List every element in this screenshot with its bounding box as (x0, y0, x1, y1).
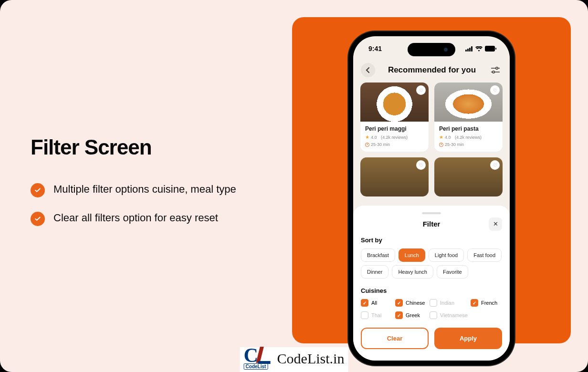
sort-chip[interactable]: Light food (429, 248, 464, 262)
svg-rect-3 (471, 46, 472, 52)
logo-text: CodeList.in (277, 351, 345, 367)
cuisines-label: Cuisines (361, 287, 502, 294)
sort-chip[interactable]: Favorite (437, 265, 468, 279)
appbar-title: Recommended for you (388, 65, 476, 75)
filter-sheet: Filter ✕ Sort by BrackfastLunchLight foo… (353, 206, 510, 361)
food-time: 25-30 min (365, 142, 424, 147)
check-icon (31, 183, 45, 197)
food-image: ♡ (360, 157, 429, 196)
sort-chip[interactable]: Fast food (467, 248, 502, 262)
checkbox[interactable] (361, 299, 368, 307)
check-icon (31, 212, 45, 226)
cuisine-label: Indian (440, 300, 454, 306)
food-image: ♡ (434, 157, 503, 196)
cuisine-option[interactable]: All (361, 299, 392, 307)
checkbox[interactable] (471, 299, 478, 307)
wifi-icon (475, 46, 483, 52)
cuisine-label: Vietnamese (440, 312, 468, 318)
phone-frame: 9:41 Recommended for you (348, 31, 514, 365)
signal-icon (465, 46, 473, 52)
logo-mark: C CodeList (244, 347, 274, 370)
clock-icon (439, 143, 443, 147)
feature-list: Multiple filter options cuisine, meal ty… (31, 182, 279, 226)
favorite-icon[interactable]: ♡ (490, 85, 500, 95)
clear-button[interactable]: Clear (361, 328, 429, 349)
sheet-actions: Clear Apply (361, 328, 502, 349)
battery-icon (485, 46, 496, 52)
checkbox[interactable] (395, 299, 403, 307)
feature-item: Multiple filter options cuisine, meal ty… (31, 182, 279, 197)
preview-panel: 9:41 Recommended for you (292, 17, 571, 343)
food-rating: ★4.0 (4.2k reviews) (439, 134, 498, 140)
cuisine-option[interactable]: Indian (430, 299, 468, 307)
svg-point-9 (493, 71, 494, 73)
cuisine-label: Greek (406, 312, 420, 318)
cuisine-option[interactable]: French (471, 299, 502, 307)
svg-rect-2 (469, 48, 471, 52)
status-time: 9:41 (368, 45, 382, 52)
apply-button[interactable]: Apply (434, 328, 502, 349)
dynamic-island (408, 43, 455, 56)
cuisine-label: Chinese (406, 300, 425, 306)
food-card[interactable]: ♡ (360, 157, 429, 197)
canvas: Filter Screen Multiple filter options cu… (0, 0, 588, 372)
food-image: ♡ (434, 83, 503, 122)
checkbox[interactable] (430, 299, 437, 307)
svg-point-7 (496, 67, 498, 69)
food-card[interactable]: ♡ Peri peri maggi ★4.0 (4.2k reviews) 25… (360, 82, 429, 152)
cuisine-label: Thai (371, 312, 381, 318)
svg-rect-0 (465, 50, 467, 52)
cuisines-grid: AllChineseIndianFrenchThaiGreekVietnames… (361, 299, 502, 319)
sort-by-label: Sort by (361, 237, 502, 244)
close-button[interactable]: ✕ (489, 217, 502, 231)
recommendation-grid: ♡ Peri peri maggi ★4.0 (4.2k reviews) 25… (360, 82, 503, 197)
favorite-icon[interactable]: ♡ (416, 85, 426, 95)
feature-text: Multiple filter options cuisine, meal ty… (53, 182, 236, 196)
phone-screen: 9:41 Recommended for you (353, 36, 510, 361)
left-column: Filter Screen Multiple filter options cu… (31, 135, 279, 226)
sort-chip[interactable]: Brackfast (361, 248, 395, 262)
sheet-title: Filter (423, 220, 441, 228)
cuisine-label: All (371, 300, 377, 306)
svg-rect-1 (467, 49, 469, 52)
status-icons (465, 46, 496, 52)
food-title: Peri peri pasta (439, 125, 498, 132)
food-card[interactable]: ♡ (434, 157, 503, 197)
checkbox[interactable] (361, 311, 368, 319)
cuisine-option[interactable]: Thai (361, 311, 392, 319)
sort-chip[interactable]: Lunch (399, 248, 425, 262)
star-icon: ★ (365, 134, 369, 140)
cuisine-option[interactable]: Greek (395, 311, 427, 319)
star-icon: ★ (439, 134, 443, 140)
checkbox[interactable] (395, 311, 403, 319)
food-image: ♡ (360, 83, 429, 122)
svg-rect-5 (495, 48, 496, 50)
clock-icon (365, 143, 369, 147)
sheet-handle[interactable] (422, 212, 441, 214)
cuisine-option[interactable]: Vietnamese (430, 311, 468, 319)
app-bar: Recommended for you (353, 63, 510, 77)
page-title: Filter Screen (31, 135, 279, 159)
sort-chips: BrackfastLunchLight foodFast foodDinnerH… (361, 248, 502, 279)
back-button[interactable] (361, 63, 375, 77)
checkbox[interactable] (430, 311, 437, 319)
sort-chip[interactable]: Dinner (361, 265, 388, 279)
favorite-icon[interactable]: ♡ (490, 160, 500, 170)
cuisine-label: French (481, 300, 497, 306)
filter-icon[interactable] (489, 63, 502, 77)
svg-rect-4 (485, 46, 495, 52)
feature-item: Clear all filters option for easy reset (31, 211, 279, 226)
food-rating: ★4.0 (4.2k reviews) (365, 134, 424, 140)
sort-chip[interactable]: Heavy lunch (392, 265, 433, 279)
logo: C CodeList CodeList.in (240, 347, 348, 372)
food-card[interactable]: ♡ Peri peri pasta ★4.0 (4.2k reviews) 25… (434, 82, 503, 152)
food-title: Peri peri maggi (365, 125, 424, 132)
feature-text: Clear all filters option for easy reset (53, 211, 218, 225)
food-time: 25-30 min (439, 142, 498, 147)
favorite-icon[interactable]: ♡ (416, 160, 426, 170)
cuisine-option[interactable]: Chinese (395, 299, 427, 307)
